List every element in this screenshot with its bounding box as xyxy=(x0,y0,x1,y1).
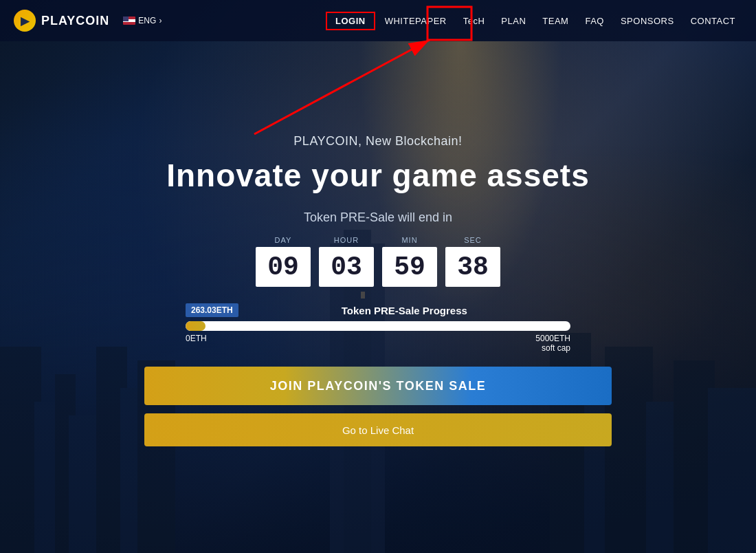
navbar: ▶ PLAYCOIN ENG › LOGIN WHITEPAPER TecH P… xyxy=(0,0,756,41)
countdown-hour: HOUR 03 xyxy=(319,236,374,287)
nav-sponsors[interactable]: SPONSORS xyxy=(614,12,681,30)
hour-label: HOUR xyxy=(334,236,359,244)
progress-section: 263.03ETH Token PRE-Sale Progress 0ETH 5… xyxy=(186,303,570,353)
nav-plan[interactable]: PLAN xyxy=(494,12,533,30)
logo-text: PLAYCOIN xyxy=(41,14,109,28)
countdown: DAY 09 HOUR 03 MIN 59 SEC 38 xyxy=(256,236,500,287)
countdown-min: MIN 59 xyxy=(382,236,437,287)
progress-start: 0ETH xyxy=(186,334,207,353)
lang-label: ENG xyxy=(138,16,156,25)
hero-title: Innovate your game assets xyxy=(166,157,590,194)
progress-header: 263.03ETH Token PRE-Sale Progress xyxy=(186,303,570,317)
min-value: 59 xyxy=(382,247,437,287)
live-chat-button[interactable]: Go to Live Chat xyxy=(144,413,612,446)
nav-whitepaper[interactable]: WHITEPAPER xyxy=(378,12,454,30)
progress-labels: 0ETH 5000ETH soft cap xyxy=(186,334,570,353)
eth-badge: 263.03ETH xyxy=(186,303,238,317)
presale-label: Token PRE-Sale will end in xyxy=(304,210,452,225)
hour-value: 03 xyxy=(319,247,374,287)
progress-end: 5000ETH xyxy=(535,334,570,343)
sec-value: 38 xyxy=(445,247,500,287)
day-label: DAY xyxy=(275,236,292,244)
countdown-day: DAY 09 xyxy=(256,236,311,287)
day-value: 09 xyxy=(256,247,311,287)
logo-area: ▶ PLAYCOIN ENG › xyxy=(14,10,162,32)
lang-selector[interactable]: ENG › xyxy=(123,16,162,25)
nav-team[interactable]: TEAM xyxy=(535,12,575,30)
progress-softcap: soft cap xyxy=(542,343,570,353)
nav-links: LOGIN WHITEPAPER TecH PLAN TEAM FAQ SPON… xyxy=(326,12,742,30)
main-content: PLAYCOIN, New Blockchain! Innovate your … xyxy=(0,0,756,553)
progress-bar-container xyxy=(186,321,570,331)
progress-end-area: 5000ETH soft cap xyxy=(535,334,570,353)
progress-bar-fill xyxy=(186,321,205,331)
logo-icon: ▶ xyxy=(14,10,36,32)
nav-tech[interactable]: TecH xyxy=(456,12,492,30)
lang-chevron: › xyxy=(159,16,162,25)
progress-title: Token PRE-Sale Progress xyxy=(342,305,467,316)
join-button[interactable]: JOIN PLAYCOIN'S TOKEN SALE xyxy=(144,367,612,405)
login-button[interactable]: LOGIN xyxy=(326,12,375,30)
countdown-sec: SEC 38 xyxy=(445,236,500,287)
hero-subtitle: PLAYCOIN, New Blockchain! xyxy=(293,134,462,149)
nav-contact[interactable]: CONTACT xyxy=(684,12,742,30)
flag-icon xyxy=(123,17,135,25)
sec-label: SEC xyxy=(464,236,482,244)
nav-faq[interactable]: FAQ xyxy=(578,12,611,30)
min-label: MIN xyxy=(401,236,417,244)
